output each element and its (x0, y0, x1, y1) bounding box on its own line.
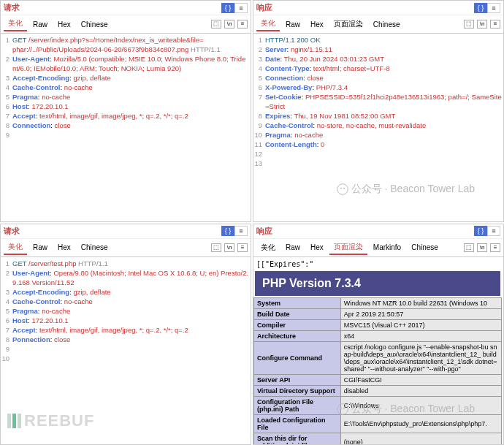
php-key: Build Date (254, 308, 341, 319)
response-pane-2: 响应 { } ≡ 美化 Raw Hex 页面渲染 Markinfo Chines… (253, 224, 504, 446)
line-gutter: 3 (1, 73, 12, 83)
tab-render[interactable]: 页面渲染 (329, 18, 367, 31)
tab-chinese[interactable]: Chinese (77, 242, 112, 253)
code-line: 2User-Agent: Mozilla/5.0 (compatible; MS… (1, 54, 249, 73)
code-line: 1GET /server/test.php HTTP/1.1 (1, 259, 249, 268)
line-code: Accept-Encoding: gzip, deflate (12, 73, 249, 83)
line-code: Accept: text/html, image/gif, image/jpeg… (12, 325, 249, 335)
tab-chinese[interactable]: Chinese (407, 242, 443, 253)
line-gutter: 11 (253, 140, 265, 149)
line-code: GET /server/test.php HTTP/1.1 (12, 259, 249, 268)
view-list-button[interactable]: ≡ (487, 226, 500, 236)
line-code: Connection: close (12, 121, 249, 130)
line-code: Accept: text/html, image/gif, image/jpeg… (12, 111, 249, 121)
view-json-button[interactable]: { } (221, 226, 234, 236)
line-code: User-Agent: Mozilla/5.0 (compatible; MSI… (12, 54, 249, 73)
pane-header: 请求 { } ≡ (1, 224, 251, 239)
newline-icon[interactable]: \n (224, 20, 234, 28)
view-toggle: { } ≡ (474, 226, 500, 236)
view-toggle: { } ≡ (221, 3, 248, 13)
wrap-icon[interactable]: ≡ (237, 20, 248, 28)
code-line: 8Ponnection: close (1, 335, 249, 344)
newline-icon[interactable]: \n (477, 20, 487, 28)
line-code: Date: Thu, 20 Jun 2024 03:01:23 GMT (265, 54, 502, 64)
code-line: 8Expires: Thu, 19 Nov 1981 08:52:00 GMT (253, 111, 502, 121)
render-body[interactable]: [["Expires":" PHP Version 7.3.4 SystemWi… (253, 257, 503, 445)
code-line: 6Host: 172.20.10.1 (1, 316, 249, 325)
line-gutter: 2 (1, 268, 12, 278)
encode-icon[interactable]: ⬚ (464, 20, 474, 28)
code-line: 11Content-Length: 0 (253, 140, 502, 149)
tab-hex[interactable]: Hex (53, 242, 75, 253)
encode-icon[interactable]: ⬚ (211, 20, 221, 28)
code-line: 8Connection: close (1, 121, 249, 130)
tab-hex[interactable]: Hex (306, 242, 328, 253)
php-key: Configure Command (254, 341, 341, 374)
view-json-button[interactable]: { } (474, 226, 487, 236)
php-key: Architecture (254, 330, 341, 341)
code-line: 5Pragma: no-cache (1, 92, 249, 102)
line-gutter: 3 (253, 54, 265, 64)
response-pane-1: 响应 { } ≡ 美化 Raw Hex 页面渲染 Chinese ⬚ \n ≡ … (253, 0, 504, 222)
tab-render[interactable]: 页面渲染 (329, 240, 367, 255)
tab-raw[interactable]: Raw (28, 19, 52, 30)
wrap-icon[interactable]: ≡ (237, 243, 248, 252)
code-line: 9 (1, 130, 249, 140)
php-key: Scan this dir for additional .ini files (254, 433, 341, 444)
newline-icon[interactable]: \n (224, 243, 234, 252)
view-list-button[interactable]: ≡ (234, 226, 248, 236)
php-key: Server API (254, 374, 341, 385)
line-code: HTTP/1.1 200 OK (265, 35, 502, 45)
php-value: cscript /nologo configure.js "--enable-s… (340, 341, 501, 374)
view-list-button[interactable]: ≡ (234, 3, 248, 13)
code-line: 9 (1, 344, 249, 354)
code-line: 4Content-Type: text/html; charset=UTF-8 (253, 64, 502, 73)
line-gutter: 10 (253, 130, 265, 140)
wrap-icon[interactable]: ≡ (490, 243, 500, 252)
code-body[interactable]: 1GET /server/index.php?s=/Home/Index/nex… (1, 34, 251, 221)
pane-header: 响应 { } ≡ (253, 1, 503, 15)
line-code: Pragma: no-cache (12, 306, 249, 316)
tab-markinfo[interactable]: Markinfo (369, 242, 405, 253)
code-body[interactable]: 1GET /server/test.php HTTP/1.12User-Agen… (1, 257, 251, 445)
tab-raw[interactable]: Raw (281, 19, 305, 30)
newline-icon[interactable]: \n (477, 243, 487, 252)
tab-pretty[interactable]: 美化 (4, 240, 27, 255)
line-gutter: 1 (253, 35, 265, 45)
line-code: GET /server/index.php?s=/Home/Index/nex_… (12, 35, 249, 54)
wrap-icon[interactable]: ≡ (490, 20, 500, 28)
php-key: Loaded Configuration File (254, 414, 341, 433)
code-line: 4Cache-Control: no-cache (1, 297, 249, 306)
php-value: (none) (340, 433, 501, 444)
line-gutter: 13 (253, 159, 265, 168)
view-list-button[interactable]: ≡ (487, 3, 500, 13)
code-line: 2User-Agent: Opera/9.80 (Macintosh; Inte… (1, 268, 249, 287)
line-gutter: 5 (1, 92, 12, 102)
tab-raw[interactable]: Raw (281, 242, 305, 253)
view-json-button[interactable]: { } (221, 3, 234, 13)
tab-chinese[interactable]: Chinese (77, 19, 112, 30)
line-gutter: 12 (253, 149, 265, 159)
line-code: Expires: Thu, 19 Nov 1981 08:52:00 GMT (265, 111, 502, 121)
code-body[interactable]: 1HTTP/1.1 200 OK2Server: nginx/1.15.113D… (253, 34, 503, 221)
encode-icon[interactable]: ⬚ (211, 243, 221, 252)
php-value: CGI/FastCGI (340, 374, 501, 385)
pane-title: 请求 (4, 226, 221, 237)
tab-pretty[interactable]: 美化 (4, 17, 27, 31)
tab-pretty[interactable]: 美化 (256, 241, 280, 254)
tabs-row: 美化 Raw Hex 页面渲染 Chinese ⬚ \n ≡ (253, 15, 503, 34)
php-key: Virtual Directory Support (254, 385, 341, 396)
view-json-button[interactable]: { } (474, 3, 487, 13)
line-code: Pragma: no-cache (12, 92, 249, 102)
tab-hex[interactable]: Hex (53, 19, 75, 30)
line-code: Cache-Control: no-cache (12, 297, 249, 306)
request-pane-1: 请求 { } ≡ 美化 Raw Hex Chinese ⬚ \n ≡ 1GET … (0, 0, 251, 222)
tab-pretty[interactable]: 美化 (256, 17, 280, 31)
encode-icon[interactable]: ⬚ (464, 243, 474, 252)
tab-raw[interactable]: Raw (28, 242, 52, 253)
table-row: Virtual Directory Supportdisabled (254, 385, 502, 396)
code-line: 6Host: 172.20.10.1 (1, 102, 249, 111)
tab-chinese[interactable]: Chinese (369, 19, 405, 30)
tabs-row: 美化 Raw Hex 页面渲染 Markinfo Chinese ⬚ \n ≡ (253, 239, 503, 257)
tab-hex[interactable]: Hex (306, 19, 328, 30)
